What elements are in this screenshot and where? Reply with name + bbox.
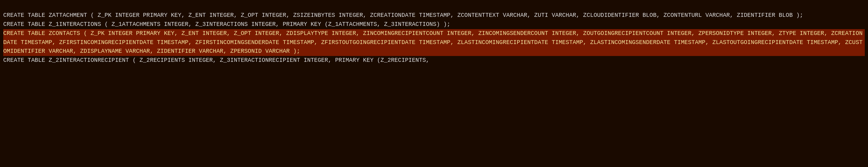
code-line-2: CREATE TABLE ZCONTACTS ( Z_PK INTEGER PR… [3,29,865,56]
code-line-1: CREATE TABLE Z_1INTERACTIONS ( Z_1ATTACH… [3,20,865,29]
code-display: CREATE TABLE ZATTACHMENT ( Z_PK INTEGER … [0,0,868,67]
code-line-3: CREATE TABLE Z_2INTERACTIONRECIPIENT ( Z… [3,56,865,65]
code-line-0: CREATE TABLE ZATTACHMENT ( Z_PK INTEGER … [3,11,865,20]
